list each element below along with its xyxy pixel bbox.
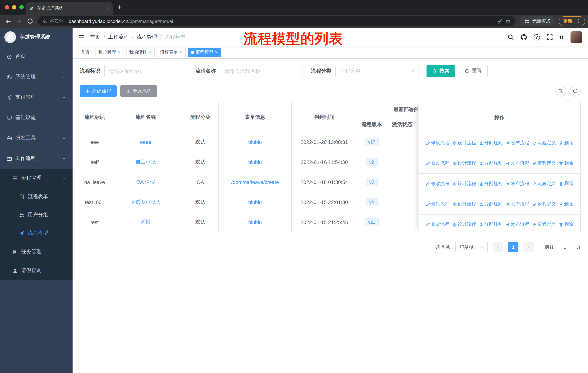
process-name-input[interactable] (220, 65, 303, 77)
sidebar-item-home[interactable]: 首页 (0, 46, 73, 67)
chevron-left-icon (496, 245, 500, 249)
publish-process-action[interactable]: 发布流程 (505, 222, 529, 228)
process-definition-action[interactable]: 流程定义 (532, 222, 556, 228)
publish-process-action[interactable]: 发布流程 (505, 160, 529, 166)
reset-button[interactable]: 重置 (459, 65, 488, 77)
close-icon[interactable]: × (179, 50, 182, 55)
delete-action[interactable]: 删除 (559, 181, 573, 187)
tag-home[interactable]: 首页 (78, 48, 93, 57)
search-icon[interactable] (507, 34, 514, 40)
design-process-action[interactable]: 设计流程 (452, 181, 476, 187)
close-icon[interactable]: × (215, 50, 218, 55)
goto-page-input[interactable] (557, 242, 573, 252)
sidebar-item-payment[interactable]: 支付管理 (0, 87, 73, 107)
breadcrumb-item-home[interactable]: 首页 (90, 34, 100, 40)
zoom-window-button[interactable] (19, 5, 24, 10)
publish-process-action[interactable]: 发布流程 (505, 140, 529, 146)
browser-menu-icon[interactable] (576, 19, 581, 24)
bookmark-star-icon[interactable] (505, 18, 511, 24)
tag-my-process[interactable]: 我的流程 × (126, 48, 155, 57)
browser-tab[interactable]: 芋道管理系统 × (26, 2, 113, 15)
edit-process-action[interactable]: 修改流程 (426, 140, 449, 146)
sidebar-item-leave-query[interactable]: 请假查询 (0, 261, 73, 280)
process-name-link[interactable]: eeee (140, 139, 151, 145)
sidebar-item-task-management[interactable]: 任务管理 (0, 242, 73, 261)
tag-process-form[interactable]: 流程表单 × (157, 48, 185, 57)
sidebar-item-process-model[interactable]: 流程模型 (0, 224, 73, 242)
process-name-link[interactable]: 测试多审批人 (130, 199, 161, 205)
design-process-action[interactable]: 设计流程 (452, 222, 476, 228)
edit-process-action[interactable]: 修改流程 (426, 160, 449, 166)
form-link[interactable]: biubiu (248, 139, 262, 145)
sidebar-item-process-management[interactable]: 流程管理 (0, 169, 73, 188)
design-process-action[interactable]: 设计流程 (452, 160, 476, 166)
create-process-button[interactable]: 新建流程 (80, 85, 117, 97)
assign-rule-action[interactable]: 分配规则 (479, 140, 503, 146)
import-process-button[interactable]: 导入流程 (120, 85, 157, 97)
toggle-search-button[interactable] (555, 86, 566, 97)
link-icon (532, 161, 536, 166)
publish-process-action[interactable]: 发布流程 (505, 201, 529, 207)
delete-action[interactable]: 删除 (559, 222, 573, 228)
process-definition-action[interactable]: 流程定义 (532, 160, 556, 166)
assign-rule-action[interactable]: 分配规则 (479, 181, 503, 187)
assign-rule-action[interactable]: 分配规则 (479, 201, 503, 207)
sidebar-item-user-group[interactable]: 用户分组 (0, 206, 73, 224)
form-link[interactable]: biubiu (248, 199, 262, 205)
minimize-window-button[interactable] (12, 5, 16, 10)
design-process-action[interactable]: 设计流程 (452, 201, 476, 207)
edit-process-action[interactable]: 修改流程 (426, 201, 449, 207)
sidebar-item-devtools[interactable]: 研发工具 (0, 128, 73, 148)
process-definition-action[interactable]: 流程定义 (532, 140, 556, 146)
form-link[interactable]: biubiu (248, 159, 262, 165)
delete-action[interactable]: 删除 (559, 160, 573, 166)
process-category-select[interactable]: 流程分类 (335, 65, 419, 77)
refresh-table-button[interactable] (570, 86, 581, 97)
github-icon[interactable] (521, 34, 527, 40)
close-icon[interactable]: × (118, 50, 120, 55)
close-icon[interactable]: × (148, 50, 151, 55)
sidebar-item-system[interactable]: 系统管理 (0, 67, 73, 87)
sidebar-item-process-form[interactable]: 流程表单 (0, 188, 73, 206)
delete-action[interactable]: 删除 (559, 201, 573, 207)
sidebar-item-workflow[interactable]: 工作流程 (0, 148, 73, 169)
assign-rule-action[interactable]: 分配规则 (479, 222, 503, 228)
tag-tenant-management[interactable]: 租户管理 × (95, 48, 124, 57)
tag-process-model[interactable]: 流程模型 × (188, 48, 221, 57)
refresh-icon (573, 89, 578, 94)
page-1-button[interactable]: 1 (508, 242, 518, 252)
new-tab-button[interactable]: + (117, 4, 121, 10)
assign-rule-action[interactable]: 分配规则 (479, 160, 503, 166)
form-link[interactable]: /bpm/oa/leave/create (231, 179, 279, 185)
next-page-button[interactable] (524, 242, 534, 252)
process-name-link[interactable]: OA 请假 (136, 179, 155, 185)
process-id-input[interactable] (104, 65, 187, 77)
password-key-icon[interactable] (497, 18, 503, 24)
font-size-icon[interactable]: tT (560, 34, 564, 40)
fullscreen-icon[interactable] (546, 34, 553, 40)
process-name-link[interactable]: 自己审批 (136, 159, 156, 165)
process-definition-action[interactable]: 流程定义 (532, 201, 556, 207)
tab-close-icon[interactable]: × (106, 6, 109, 11)
form-link[interactable]: biubiu (248, 219, 262, 225)
design-process-action[interactable]: 设计流程 (452, 140, 476, 146)
sidebar-item-infrastructure[interactable]: 基础设施 (0, 107, 73, 128)
process-name-link[interactable]: 滔博 (141, 219, 151, 225)
delete-action[interactable]: 删除 (559, 140, 573, 146)
process-definition-action[interactable]: 流程定义 (532, 181, 556, 187)
forward-button[interactable] (14, 16, 24, 26)
back-button[interactable] (3, 16, 13, 26)
browser-update-button[interactable]: 更新 (559, 16, 585, 26)
prev-page-button[interactable] (493, 242, 503, 252)
reload-button[interactable] (25, 16, 35, 26)
page-size-select[interactable]: 10条/页 (455, 242, 488, 252)
address-bar[interactable]: 不安全 dashboard.yudao.iocoder.cn/bpm/manag… (38, 16, 515, 26)
search-button[interactable]: 搜索 (427, 65, 455, 77)
edit-process-action[interactable]: 修改流程 (426, 181, 449, 187)
user-avatar[interactable] (570, 31, 582, 43)
sidebar-toggle-button[interactable] (78, 34, 85, 40)
publish-process-action[interactable]: 发布流程 (505, 181, 529, 187)
edit-process-action[interactable]: 修改流程 (426, 222, 449, 228)
close-window-button[interactable] (5, 5, 9, 10)
help-icon[interactable]: ? (534, 34, 540, 40)
